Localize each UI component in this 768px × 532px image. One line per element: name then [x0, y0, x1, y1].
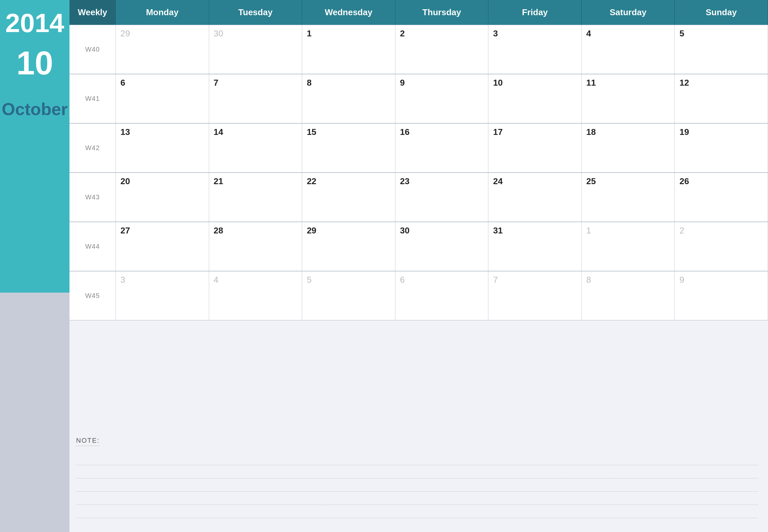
week-row-5: W453456789 — [69, 271, 768, 320]
day-cell-w0-d6[interactable]: 5 — [675, 25, 768, 74]
day-cell-w5-d1[interactable]: 4 — [209, 271, 303, 320]
day-cell-w4-d3[interactable]: 30 — [395, 222, 489, 271]
day-number: 17 — [493, 127, 577, 137]
day-number: 13 — [120, 127, 204, 137]
week-label-text: W44 — [85, 243, 100, 250]
day-cell-w5-d3[interactable]: 6 — [395, 271, 489, 320]
day-cell-w5-d4[interactable]: 7 — [488, 271, 582, 320]
day-number: 6 — [400, 275, 484, 285]
day-cell-w3-d4[interactable]: 24 — [488, 173, 582, 222]
day-cell-w4-d1[interactable]: 28 — [209, 222, 303, 271]
day-cell-w1-d2[interactable]: 8 — [302, 74, 395, 123]
day-cell-w2-d6[interactable]: 19 — [675, 123, 768, 172]
notes-line-3 — [76, 479, 758, 492]
sidebar: 2014 10 October — [0, 0, 69, 532]
header-tuesday: Tuesday — [209, 0, 303, 25]
week-label-text: W41 — [85, 95, 100, 102]
day-number: 9 — [679, 275, 763, 285]
day-cell-w0-d5[interactable]: 4 — [582, 25, 675, 74]
day-cell-w4-d0[interactable]: 27 — [116, 222, 209, 271]
sidebar-year: 2014 — [5, 10, 64, 36]
sidebar-month-name: October — [2, 99, 67, 119]
week-rows: W40293012345W416789101112W42131415161718… — [69, 25, 768, 320]
day-cell-w3-d0[interactable]: 20 — [116, 173, 209, 222]
day-number: 1 — [586, 225, 670, 236]
day-number: 21 — [214, 176, 298, 186]
week-row-0: W40293012345 — [69, 25, 768, 74]
notes-section: NOTE: — [69, 430, 768, 532]
day-cell-w0-d0[interactable]: 29 — [116, 25, 209, 74]
week-label-text: W40 — [85, 46, 100, 53]
day-cell-w4-d5[interactable]: 1 — [582, 222, 675, 271]
day-cell-w1-d5[interactable]: 11 — [582, 74, 675, 123]
day-cell-w5-d5[interactable]: 8 — [582, 271, 675, 320]
day-number: 4 — [214, 275, 298, 285]
day-number: 29 — [120, 28, 204, 39]
week-label-w42: W42 — [69, 123, 116, 172]
day-number: 24 — [493, 176, 577, 186]
day-number: 3 — [493, 28, 577, 39]
day-cell-w3-d3[interactable]: 23 — [395, 173, 489, 222]
day-number: 28 — [214, 225, 298, 236]
day-number: 4 — [586, 28, 670, 39]
day-number: 7 — [493, 275, 577, 285]
day-cell-w3-d5[interactable]: 25 — [582, 173, 675, 222]
day-number: 23 — [400, 176, 484, 186]
day-number: 2 — [400, 28, 484, 39]
day-number: 30 — [400, 225, 484, 236]
sidebar-month-number: 10 — [16, 46, 53, 79]
notes-line-2 — [76, 466, 758, 478]
day-cell-w3-d1[interactable]: 21 — [209, 173, 303, 222]
page: 2014 10 October Weekly Monday Tuesday We… — [0, 0, 768, 532]
main-content: Weekly Monday Tuesday Wednesday Thursday… — [69, 0, 768, 532]
day-cell-w1-d6[interactable]: 12 — [675, 74, 768, 123]
day-cell-w2-d4[interactable]: 17 — [488, 123, 582, 172]
day-cell-w5-d0[interactable]: 3 — [116, 271, 209, 320]
week-label-text: W45 — [85, 292, 100, 300]
day-cell-w2-d5[interactable]: 18 — [582, 123, 675, 172]
week-row-4: W44272829303112 — [69, 222, 768, 271]
day-cell-w2-d1[interactable]: 14 — [209, 123, 303, 172]
week-label-w41: W41 — [69, 74, 116, 123]
day-cell-w3-d2[interactable]: 22 — [302, 173, 395, 222]
day-cell-w5-d2[interactable]: 5 — [302, 271, 395, 320]
notes-lines — [76, 453, 758, 518]
week-label-text: W42 — [85, 144, 100, 152]
day-cell-w1-d3[interactable]: 9 — [395, 74, 489, 123]
day-number: 18 — [586, 127, 670, 137]
day-number: 26 — [679, 176, 763, 186]
day-cell-w0-d2[interactable]: 1 — [302, 25, 395, 74]
day-cell-w0-d3[interactable]: 2 — [395, 25, 489, 74]
header-thursday: Thursday — [395, 0, 489, 25]
day-cell-w0-d4[interactable]: 3 — [488, 25, 582, 74]
day-number: 5 — [679, 28, 763, 39]
day-cell-w1-d0[interactable]: 6 — [116, 74, 209, 123]
week-row-3: W4320212223242526 — [69, 173, 768, 222]
notes-line-4 — [76, 492, 758, 505]
day-cell-w4-d2[interactable]: 29 — [302, 222, 395, 271]
header-weekly: Weekly — [69, 0, 116, 25]
header-friday: Friday — [488, 0, 582, 25]
day-cell-w4-d4[interactable]: 31 — [488, 222, 582, 271]
day-cell-w0-d1[interactable]: 30 — [209, 25, 303, 74]
day-cell-w2-d2[interactable]: 15 — [302, 123, 395, 172]
day-cell-w3-d6[interactable]: 26 — [675, 173, 768, 222]
day-cell-w1-d1[interactable]: 7 — [209, 74, 303, 123]
header-sunday: Sunday — [675, 0, 768, 25]
day-number: 16 — [400, 127, 484, 137]
day-number: 22 — [307, 176, 390, 186]
day-cell-w2-d3[interactable]: 16 — [395, 123, 489, 172]
day-cell-w1-d4[interactable]: 10 — [488, 74, 582, 123]
day-cell-w5-d6[interactable]: 9 — [675, 271, 768, 320]
day-number: 9 — [400, 78, 484, 88]
day-number: 5 — [307, 275, 390, 285]
day-cell-w4-d6[interactable]: 2 — [675, 222, 768, 271]
day-cell-w2-d0[interactable]: 13 — [116, 123, 209, 172]
day-number: 6 — [120, 78, 204, 88]
week-label-w45: W45 — [69, 271, 116, 320]
day-number: 10 — [493, 78, 577, 88]
notes-label: NOTE: — [76, 437, 100, 446]
day-number: 25 — [586, 176, 670, 186]
week-row-1: W416789101112 — [69, 74, 768, 123]
day-number: 1 — [307, 28, 390, 39]
